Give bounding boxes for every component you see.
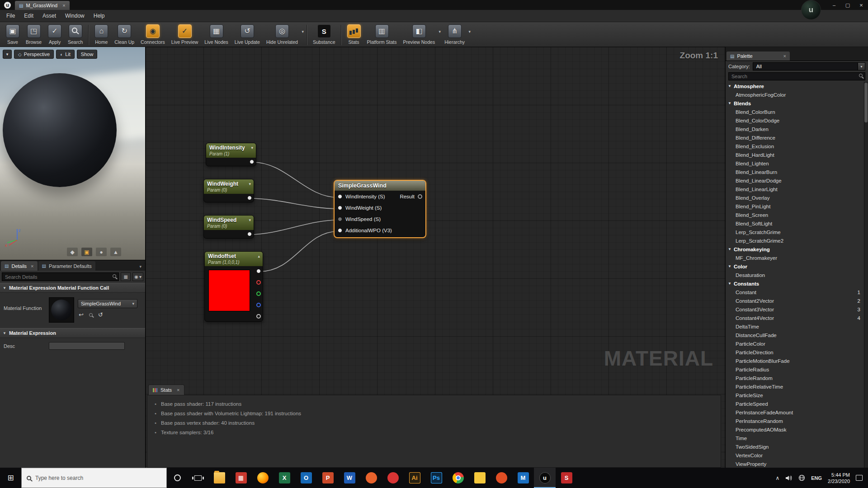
palette-scrollbar[interactable] <box>864 82 868 468</box>
toolbar-button-search[interactable]: Search <box>65 23 86 45</box>
palette-search-input[interactable] <box>728 72 865 80</box>
preview-viewport[interactable]: ▾ ◇ Perspective ◐ Lit Show <box>0 47 145 260</box>
node-windoffset[interactable]: Windoffset ▴ Param (1,0,0,1) <box>204 251 263 322</box>
close-icon[interactable]: × <box>62 3 65 8</box>
cortana-button[interactable] <box>167 468 188 488</box>
toolbar-button-save[interactable]: ▣Save <box>3 23 23 45</box>
taskbar-app-firefox[interactable] <box>252 468 274 488</box>
tab-overflow-icon[interactable]: ▾ <box>137 264 144 271</box>
palette-category-constants[interactable]: ▼Constants <box>726 279 868 288</box>
tray-expand-icon[interactable]: ∧ <box>775 475 779 481</box>
palette-item-blend-softlight[interactable]: Blend_SoftLight <box>726 219 868 228</box>
toolbar-button-apply[interactable]: ✓Apply <box>45 23 65 45</box>
vector-constant-swatch[interactable] <box>208 270 250 311</box>
show-button[interactable]: Show <box>77 50 98 59</box>
palette-item-blend-lighten[interactable]: Blend_Lighten <box>726 159 868 168</box>
taskbar-app-illustrator[interactable]: Ai <box>404 468 425 488</box>
close-icon[interactable]: × <box>783 53 786 59</box>
palette-item-distancecullfade[interactable]: DistanceCullFade <box>726 331 868 339</box>
category-select[interactable]: All ▾ <box>753 62 865 70</box>
view-options-button[interactable]: ◉▾ <box>132 272 143 281</box>
palette-item-blend-exclusion[interactable]: Blend_Exclusion <box>726 142 868 150</box>
taskbar-app-file-explorer[interactable] <box>208 468 230 488</box>
palette-item-precomputedaomask[interactable]: PrecomputedAOMask <box>726 425 868 434</box>
palette-category-chromakeying[interactable]: ▼Chromakeying <box>726 245 868 253</box>
palette-item-blend-hardlight[interactable]: Blend_HardLight <box>726 150 868 159</box>
palette-item-particlerelativetime[interactable]: ParticleRelativeTime <box>726 382 868 391</box>
viewport-tool-icon-3[interactable]: ● <box>96 248 107 256</box>
palette-item-lerp-scratchgrime2[interactable]: Lerp_ScratchGrime2 <box>726 236 868 245</box>
output-pin-a[interactable] <box>256 314 261 319</box>
asset-tab[interactable]: ▤ M_GrassWind × <box>15 1 70 10</box>
viewport-tool-icon-4[interactable]: ▲ <box>110 248 121 256</box>
toolbar-button-substance[interactable]: SSubstance <box>310 23 339 45</box>
action-center-icon[interactable] <box>856 475 863 481</box>
output-pin-result[interactable] <box>418 194 422 199</box>
palette-item-blend-linearburn[interactable]: Blend_LinearBurn <box>726 168 868 176</box>
menu-file[interactable]: File <box>2 10 19 22</box>
node-windweight[interactable]: WindWeight ▾ Param (0) <box>203 179 254 202</box>
palette-item-time[interactable]: Time <box>726 434 868 442</box>
toolbar-button-platform-stats[interactable]: ▥Platform Stats <box>364 23 400 45</box>
taskbar-app-excel[interactable]: X <box>274 468 295 488</box>
property-matrix-button[interactable]: ▦ <box>121 272 131 281</box>
palette-item-perinstancerandom[interactable]: PerInstanceRandom <box>726 417 868 425</box>
toolbar-button-browse[interactable]: ◳Browse <box>23 23 45 45</box>
palette-item-blend-overlay[interactable]: Blend_Overlay <box>726 193 868 202</box>
palette-item-blend-linearlight[interactable]: Blend_LinearLight <box>726 185 868 193</box>
palette-item-blend-colorburn[interactable]: Blend_ColorBurn <box>726 108 868 116</box>
toolbar-button-live-nodes[interactable]: ▦Live Nodes <box>201 23 231 45</box>
taskbar-app-orange-app[interactable] <box>491 468 512 488</box>
node-windspeed[interactable]: WindSpeed ▾ Param (0) <box>203 215 254 239</box>
start-button[interactable]: ⊞ <box>0 468 21 488</box>
toolbar-button-live-preview[interactable]: ✓Live Preview <box>168 23 202 45</box>
node-simplegrasswind[interactable]: SimpleGrassWind WindIntensity (S) Result… <box>334 180 426 238</box>
taskbar-search[interactable] <box>21 468 167 488</box>
browse-to-asset-icon[interactable] <box>89 313 93 317</box>
toolbar-button-stats[interactable]: Stats <box>344 23 364 45</box>
palette-tab[interactable]: ▤ Palette × <box>726 52 790 61</box>
input-pin-windintensity[interactable] <box>338 194 342 199</box>
taskbar-app-word[interactable]: W <box>339 468 360 488</box>
clock[interactable]: 5:44 PM 2/23/2020 <box>828 472 850 484</box>
output-pin[interactable] <box>250 160 254 164</box>
taskbar-app-brave[interactable] <box>360 468 382 488</box>
palette-item-constant[interactable]: Constant1 <box>726 288 868 296</box>
taskbar-app-m-app[interactable]: M <box>512 468 534 488</box>
close-window-button[interactable]: × <box>854 0 868 10</box>
viewport-tool-icon-1[interactable]: ◆ <box>67 248 78 256</box>
palette-item-viewproperty[interactable]: ViewProperty <box>726 460 868 468</box>
taskbar-app-sticky-notes[interactable] <box>469 468 491 488</box>
palette-item-twosidedsign[interactable]: TwoSidedSign <box>726 442 868 451</box>
output-pin[interactable] <box>247 232 252 236</box>
desc-input[interactable] <box>49 342 125 350</box>
palette-item-blend-screen[interactable]: Blend_Screen <box>726 211 868 219</box>
taskbar-app-outlook[interactable]: O <box>295 468 317 488</box>
palette-category-blends[interactable]: ▼Blends <box>726 99 868 108</box>
section-material-function-call[interactable]: ▼ Material Expression Material Function … <box>0 283 145 293</box>
output-pin[interactable] <box>247 196 252 200</box>
taskbar-app-chrome[interactable] <box>447 468 469 488</box>
menu-window[interactable]: Window <box>61 10 89 22</box>
reset-icon[interactable]: ↺ <box>98 311 103 318</box>
palette-item-constant4vector[interactable]: Constant4Vector4 <box>726 314 868 322</box>
palette-category-color[interactable]: ▼Color <box>726 262 868 271</box>
palette-item-atmosphericfogcolor[interactable]: AtmosphericFogColor <box>726 90 868 99</box>
taskbar-app-substance-painter[interactable]: S <box>556 468 577 488</box>
expander-icon[interactable]: ▾ <box>249 218 251 222</box>
network-icon[interactable] <box>798 474 805 481</box>
palette-item-blend-pinlight[interactable]: Blend_PinLight <box>726 202 868 211</box>
dropdown-arrow-icon[interactable]: ▾ <box>439 29 441 34</box>
task-view-button[interactable] <box>188 468 208 488</box>
palette-item-particlespeed[interactable]: ParticleSpeed <box>726 399 868 408</box>
palette-item-particlerandom[interactable]: ParticleRandom <box>726 374 868 382</box>
toolbar-button-preview-nodes[interactable]: ◧▾Preview Nodes <box>400 23 442 45</box>
toolbar-button-hide-unrelated[interactable]: ◎▾Hide Unrelated <box>263 23 304 45</box>
details-search-input[interactable] <box>2 272 119 281</box>
viewport-options-dropdown[interactable]: ▾ <box>3 50 12 59</box>
stats-tab[interactable]: Stats × <box>148 385 184 395</box>
palette-item-blend-colordodge[interactable]: Blend_ColorDodge <box>726 116 868 125</box>
language-indicator[interactable]: ENG <box>811 475 822 481</box>
palette-item-blend-difference[interactable]: Blend_Difference <box>726 133 868 142</box>
menu-asset[interactable]: Asset <box>38 10 61 22</box>
